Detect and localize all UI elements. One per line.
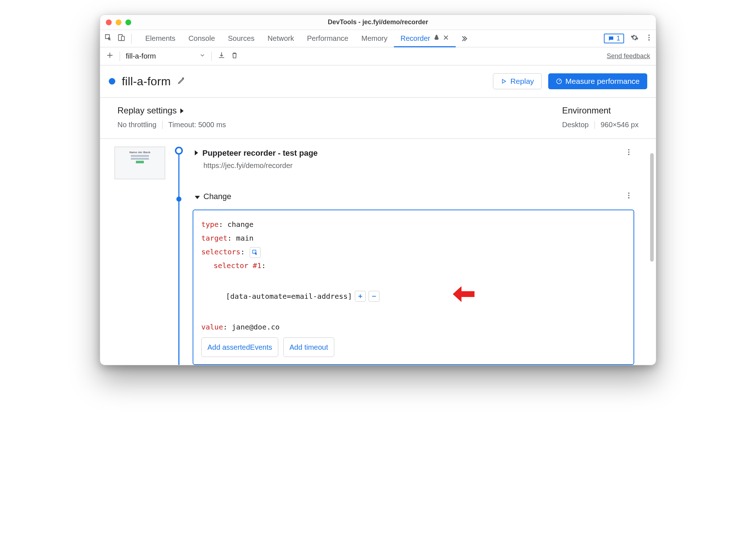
tab-console[interactable]: Console — [182, 30, 221, 47]
timeline-start-marker — [175, 147, 183, 155]
svg-point-2 — [648, 35, 650, 36]
selector-1-value[interactable]: [data-automate=email-address] — [226, 289, 352, 303]
timeout-value: Timeout: 5000 ms — [168, 121, 226, 129]
step-start-title: Puppeteer recorder - test page — [202, 148, 318, 158]
more-icon[interactable] — [645, 34, 653, 43]
annotation-arrow-icon — [392, 272, 474, 320]
svg-point-4 — [648, 39, 650, 41]
measure-performance-button[interactable]: Measure performance — [548, 73, 647, 89]
measure-button-label: Measure performance — [566, 77, 640, 86]
collapse-icon[interactable] — [195, 192, 200, 201]
svg-point-6 — [628, 151, 630, 153]
close-window-button[interactable] — [106, 20, 112, 25]
timeline-step-marker — [176, 197, 181, 202]
step-start-url: https://jec.fyi/demo/recorder — [193, 161, 634, 170]
svg-point-8 — [628, 193, 630, 194]
steps-area: Name der Bank Puppeteer recorder - test … — [100, 139, 656, 365]
step-value[interactable]: jane@doe.co — [232, 323, 279, 331]
svg-point-7 — [628, 154, 630, 155]
settings-row: Replay settings No throttling Timeout: 5… — [100, 98, 656, 139]
tab-performance[interactable]: Performance — [301, 30, 355, 47]
step-start: Puppeteer recorder - test page https://j… — [193, 147, 634, 170]
remove-selector-button[interactable] — [369, 291, 379, 302]
page-thumbnail: Name der Bank — [115, 147, 165, 365]
recording-select[interactable]: fill-a-form — [126, 52, 206, 60]
new-recording-icon[interactable] — [106, 51, 114, 61]
add-asserted-events-button[interactable]: Add assertedEvents — [201, 337, 278, 357]
edit-title-icon[interactable] — [177, 77, 185, 86]
replay-button[interactable]: Replay — [493, 73, 541, 89]
step-detail-card: type: change target: main selectors: sel… — [193, 210, 634, 365]
svg-point-3 — [648, 37, 650, 38]
tab-network[interactable]: Network — [261, 30, 300, 47]
timeline — [173, 147, 185, 365]
step-menu-icon[interactable] — [623, 190, 634, 203]
titlebar: DevTools - jec.fyi/demo/recorder — [100, 15, 656, 30]
svg-rect-1 — [121, 36, 124, 40]
experiment-icon — [433, 34, 440, 43]
env-size: 960×546 px — [601, 121, 639, 129]
add-selector-button[interactable] — [355, 291, 366, 302]
chevron-down-icon — [199, 52, 206, 60]
chevron-right-icon — [180, 105, 184, 116]
recording-title: fill-a-form — [122, 75, 171, 88]
environment-heading: Environment — [562, 105, 639, 116]
step-change: Change type: change target: main selecto… — [193, 190, 634, 365]
recording-select-value: fill-a-form — [126, 52, 156, 60]
recording-active-dot — [109, 78, 115, 85]
inspect-icon[interactable] — [104, 34, 112, 43]
window-title: DevTools - jec.fyi/demo/recorder — [105, 18, 651, 26]
add-timeout-button[interactable]: Add timeout — [283, 337, 334, 357]
close-tab-icon[interactable] — [443, 34, 449, 43]
svg-point-5 — [628, 149, 630, 151]
delete-icon[interactable] — [231, 51, 239, 61]
env-device: Desktop — [562, 121, 589, 129]
step-menu-icon[interactable] — [623, 147, 634, 159]
recorder-toolbar: fill-a-form Send feedback — [100, 47, 656, 65]
tab-elements[interactable]: Elements — [139, 30, 182, 47]
window-controls — [106, 20, 131, 25]
export-icon[interactable] — [218, 51, 225, 61]
tab-memory[interactable]: Memory — [355, 30, 394, 47]
device-toolbar-icon[interactable] — [117, 34, 125, 43]
scrollbar[interactable] — [650, 153, 654, 305]
tab-sources[interactable]: Sources — [222, 30, 261, 47]
issues-badge[interactable]: 1 — [604, 34, 624, 43]
svg-point-10 — [628, 197, 630, 199]
recording-header: fill-a-form Replay Measure performance — [100, 65, 656, 98]
tab-recorder[interactable]: Recorder — [394, 30, 455, 47]
minimize-window-button[interactable] — [116, 20, 121, 25]
throttling-value: No throttling — [117, 121, 156, 129]
send-feedback-link[interactable]: Send feedback — [607, 52, 650, 60]
scrollbar-thumb[interactable] — [650, 153, 654, 262]
issues-count: 1 — [617, 35, 620, 42]
step-change-label: Change — [203, 192, 231, 201]
expand-icon[interactable] — [195, 149, 198, 157]
maximize-window-button[interactable] — [125, 20, 131, 25]
replay-button-label: Replay — [510, 77, 534, 86]
more-tabs[interactable] — [456, 30, 472, 47]
step-target-value[interactable]: main — [236, 234, 253, 242]
step-type-value[interactable]: change — [227, 220, 253, 229]
devtools-window: DevTools - jec.fyi/demo/recorder Element… — [100, 14, 656, 365]
svg-point-9 — [628, 195, 630, 196]
replay-settings-toggle[interactable]: Replay settings — [117, 105, 226, 116]
settings-icon[interactable] — [631, 34, 639, 43]
pick-selector-button[interactable] — [250, 247, 261, 258]
tabs-row: Elements Console Sources Network Perform… — [100, 30, 656, 47]
